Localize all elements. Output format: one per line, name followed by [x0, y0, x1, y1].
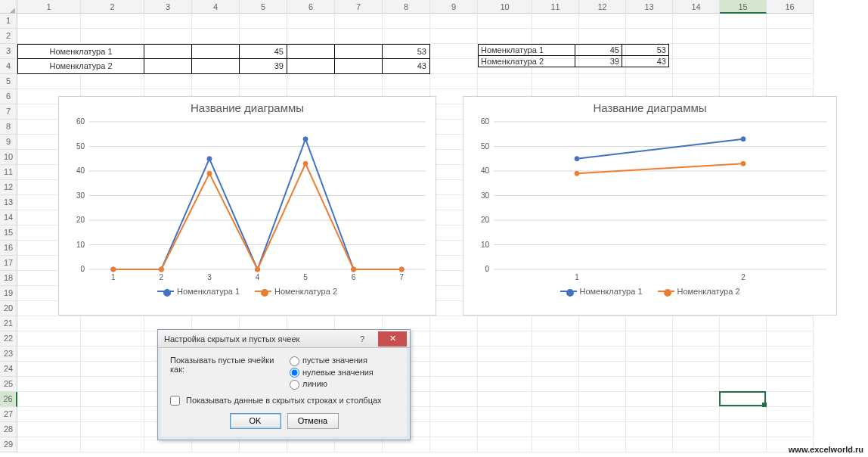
- cell[interactable]: [626, 74, 673, 89]
- cell[interactable]: [673, 362, 720, 377]
- cell[interactable]: [383, 14, 430, 29]
- cell[interactable]: [383, 74, 430, 89]
- cell[interactable]: [767, 331, 814, 347]
- cell[interactable]: [192, 74, 240, 89]
- cell[interactable]: [81, 362, 144, 377]
- cell[interactable]: [17, 362, 81, 377]
- cell[interactable]: [192, 14, 240, 29]
- cell[interactable]: 39: [240, 59, 287, 74]
- cell[interactable]: [430, 29, 478, 44]
- row-header-19[interactable]: 19: [0, 286, 17, 301]
- cell[interactable]: [626, 29, 673, 44]
- cell[interactable]: [720, 14, 767, 29]
- cell[interactable]: [579, 437, 626, 452]
- cell[interactable]: [144, 14, 192, 29]
- cell[interactable]: [767, 392, 814, 407]
- cell[interactable]: [478, 422, 532, 437]
- cell[interactable]: [720, 44, 767, 59]
- row-header-7[interactable]: 7: [0, 104, 17, 120]
- cell[interactable]: [335, 14, 383, 29]
- cell[interactable]: [532, 392, 579, 407]
- cell[interactable]: [532, 14, 579, 29]
- cell[interactable]: [532, 377, 579, 392]
- col-header-2[interactable]: 2: [81, 0, 144, 14]
- cell[interactable]: [532, 362, 579, 377]
- row-header-14[interactable]: 14: [0, 210, 17, 225]
- cell[interactable]: [532, 316, 579, 331]
- chart-left[interactable]: Название диаграммы 01020304050601234567 …: [58, 96, 436, 316]
- cell[interactable]: [478, 14, 532, 29]
- cell[interactable]: [720, 437, 767, 452]
- cell[interactable]: [720, 407, 767, 422]
- cell[interactable]: [767, 422, 814, 437]
- cell[interactable]: 45: [240, 44, 287, 59]
- cell[interactable]: [81, 14, 144, 29]
- cell[interactable]: Номенклатура 2: [17, 59, 144, 74]
- row-header-29[interactable]: 29: [0, 437, 17, 452]
- cell[interactable]: [430, 74, 478, 89]
- cell[interactable]: [579, 74, 626, 89]
- cell[interactable]: [478, 377, 532, 392]
- cell[interactable]: [144, 44, 192, 59]
- cell[interactable]: [81, 347, 144, 362]
- cell[interactable]: [767, 407, 814, 422]
- cell[interactable]: [720, 74, 767, 89]
- cell[interactable]: [673, 392, 720, 407]
- cell[interactable]: [17, 407, 81, 422]
- row-header-28[interactable]: 28: [0, 422, 17, 437]
- cell[interactable]: [478, 362, 532, 377]
- cell[interactable]: [673, 377, 720, 392]
- cell[interactable]: [17, 437, 81, 452]
- cell[interactable]: [430, 362, 478, 377]
- cell[interactable]: [17, 422, 81, 437]
- cell[interactable]: [579, 407, 626, 422]
- dialog-checkbox-row[interactable]: Показывать данные в скрытых строках и ст…: [170, 396, 398, 406]
- col-header-9[interactable]: 9: [430, 0, 478, 14]
- cell[interactable]: [673, 331, 720, 347]
- cell[interactable]: [673, 407, 720, 422]
- cell[interactable]: 43: [383, 59, 430, 74]
- cell[interactable]: [287, 29, 335, 44]
- cell[interactable]: [144, 74, 192, 89]
- cell[interactable]: [478, 331, 532, 347]
- cell[interactable]: [335, 59, 383, 74]
- col-header-1[interactable]: 1: [17, 0, 81, 14]
- row-header-9[interactable]: 9: [0, 135, 17, 150]
- cell[interactable]: [81, 377, 144, 392]
- cell[interactable]: [626, 392, 673, 407]
- cell[interactable]: [287, 44, 335, 59]
- col-header-8[interactable]: 8: [383, 0, 430, 14]
- cell[interactable]: [192, 29, 240, 44]
- row-header-27[interactable]: 27: [0, 407, 17, 422]
- cell[interactable]: [579, 29, 626, 44]
- row-header-2[interactable]: 2: [0, 29, 17, 44]
- cell[interactable]: [478, 347, 532, 362]
- cell[interactable]: [767, 29, 814, 44]
- cell[interactable]: [17, 377, 81, 392]
- cell[interactable]: [532, 437, 579, 452]
- row-header-21[interactable]: 21: [0, 316, 17, 331]
- row-header-12[interactable]: 12: [0, 180, 17, 195]
- cell[interactable]: 53: [383, 44, 430, 59]
- radio-option-gaps[interactable]: пустые значения: [290, 356, 374, 366]
- cell[interactable]: [767, 377, 814, 392]
- col-header-7[interactable]: 7: [335, 0, 383, 14]
- cell[interactable]: [17, 14, 81, 29]
- col-header-12[interactable]: 12: [579, 0, 626, 14]
- cell[interactable]: [626, 331, 673, 347]
- cell[interactable]: [430, 44, 478, 59]
- show-hidden-checkbox[interactable]: [170, 396, 180, 406]
- col-header-6[interactable]: 6: [287, 0, 335, 14]
- cell[interactable]: [673, 422, 720, 437]
- col-header-13[interactable]: 13: [626, 0, 673, 14]
- cell[interactable]: [579, 362, 626, 377]
- cell[interactable]: [532, 407, 579, 422]
- cell[interactable]: [626, 316, 673, 331]
- cell[interactable]: [767, 14, 814, 29]
- col-header-15[interactable]: 15: [720, 0, 767, 14]
- row-header-22[interactable]: 22: [0, 331, 17, 347]
- col-header-4[interactable]: 4: [192, 0, 240, 14]
- row-header-20[interactable]: 20: [0, 301, 17, 316]
- cell[interactable]: [17, 316, 81, 331]
- hidden-empty-cells-dialog[interactable]: Настройка скрытых и пустых ячеек ? ✕ Пок…: [157, 329, 411, 440]
